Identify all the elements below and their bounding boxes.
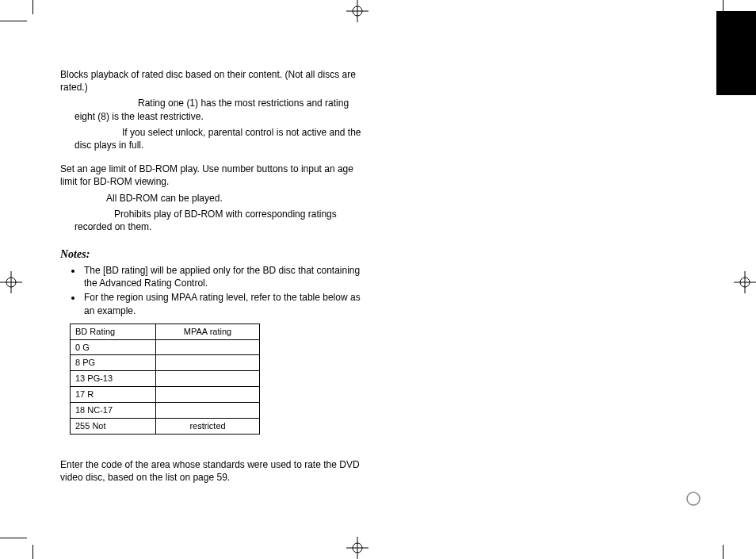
table-cell <box>156 387 260 403</box>
list-item: For the region using MPAA rating level, … <box>82 291 361 316</box>
crop-mark <box>723 545 724 559</box>
body-text: All BD-ROM can be played. <box>60 192 361 205</box>
notes-heading: Notes: <box>60 247 361 262</box>
page: Blocks playback of rated disc based on t… <box>0 0 756 559</box>
content-column: Blocks playback of rated disc based on t… <box>60 68 361 487</box>
table-header: MPAA rating <box>156 324 260 339</box>
table-row: 8 PG <box>71 355 260 371</box>
body-text: Set an age limit of BD-ROM play. Use num… <box>60 163 361 188</box>
body-text: Prohibits play of BD-ROM with correspond… <box>60 208 361 233</box>
registration-mark-icon <box>734 271 756 293</box>
table-cell <box>156 355 260 371</box>
table-row: BD Rating MPAA rating <box>71 324 260 339</box>
table-cell: 13 PG-13 <box>71 371 156 387</box>
body-text: Rating one (1) has the most restrictions… <box>60 97 361 122</box>
table-cell: 8 PG <box>71 355 156 371</box>
crop-mark <box>32 0 33 14</box>
table-cell <box>156 402 260 418</box>
table-header: BD Rating <box>71 324 156 339</box>
registration-mark-icon <box>346 537 368 559</box>
body-text: Enter the code of the area whose standar… <box>60 458 361 484</box>
list-item: The [BD rating] will be applied only for… <box>82 264 361 289</box>
crop-mark <box>0 21 27 21</box>
table-row: 17 R <box>71 387 260 403</box>
table-row: 18 NC-17 <box>71 402 260 418</box>
crop-mark <box>0 538 27 538</box>
table-cell: 0 G <box>71 339 156 355</box>
registration-mark-icon <box>346 0 368 22</box>
notes-list: The [BD rating] will be applied only for… <box>60 264 361 317</box>
table-cell <box>156 339 260 355</box>
crop-mark <box>32 545 33 559</box>
table-cell <box>156 371 260 387</box>
circle-icon <box>685 491 701 510</box>
table-cell: 17 R <box>71 387 156 403</box>
table-row: 13 PG-13 <box>71 371 260 387</box>
black-tab <box>716 11 756 95</box>
table-cell: 255 Not <box>71 418 156 434</box>
rating-table: BD Rating MPAA rating 0 G 8 PG 13 PG-13 … <box>70 324 260 435</box>
table-cell: restricted <box>156 418 260 434</box>
table-cell: 18 NC-17 <box>71 402 156 418</box>
body-text: Blocks playback of rated disc based on t… <box>60 68 361 94</box>
table-row: 0 G <box>71 339 260 355</box>
registration-mark-icon <box>0 271 22 293</box>
table-row: 255 Not restricted <box>71 418 260 434</box>
body-text: If you select unlock, parental control i… <box>60 126 361 151</box>
svg-point-12 <box>687 492 700 505</box>
crop-mark <box>723 0 724 14</box>
